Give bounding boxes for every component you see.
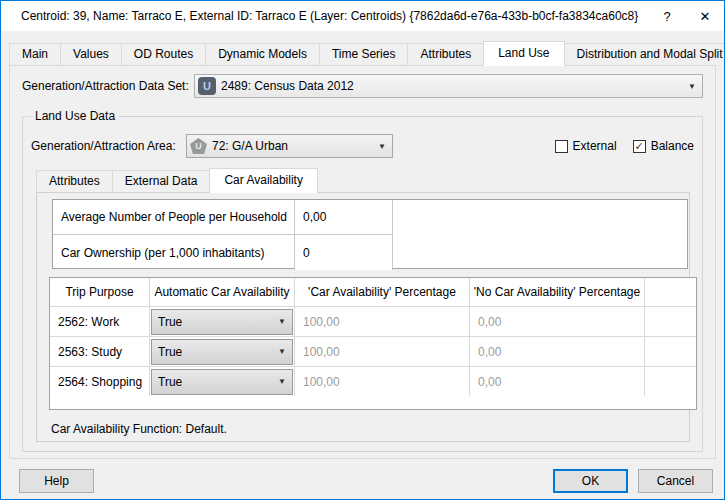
cancel-button[interactable]: Cancel (638, 469, 713, 493)
tab-inner-attributes[interactable]: Attributes (36, 170, 113, 192)
title-bar: Centroid: 39, Name: Tarraco E, External … (1, 1, 724, 31)
table-row: 2564: Shopping True ▼ 100,00 0,00 (50, 366, 696, 396)
area-label: Generation/Attraction Area: (31, 139, 186, 153)
land-use-tab-page: Generation/Attraction Data Set: U 2489: … (9, 65, 716, 459)
car-pct-cell: 100,00 (295, 307, 470, 336)
car-availability-tab-page: Average Number of People per Household 0… (36, 192, 690, 442)
trip-purpose-cell: 2563: Study (50, 337, 150, 366)
car-ownership-label: Car Ownership (per 1,000 inhabitants) (53, 235, 295, 270)
area-icon: U (190, 138, 207, 154)
tab-land-use[interactable]: Land Use (483, 41, 564, 66)
car-availability-function-note: Car Availability Function: Default. (51, 422, 677, 436)
no-car-pct-cell: 0,00 (470, 337, 645, 366)
automatic-cell: True ▼ (150, 307, 295, 336)
generation-attraction-dataset-row: Generation/Attraction Data Set: U 2489: … (22, 74, 703, 98)
external-checkbox[interactable] (555, 140, 568, 153)
land-use-inner-tab-bar: Attributes External Data Car Availabilit… (36, 168, 690, 192)
balance-checkbox-label: Balance (651, 139, 694, 153)
no-car-pct-cell: 0,00 (470, 367, 645, 396)
automatic-cell: True ▼ (150, 367, 295, 396)
dataset-label: Generation/Attraction Data Set: (22, 79, 194, 93)
area-combobox[interactable]: U 72: G/A Urban ▼ (186, 134, 393, 158)
avg-people-input[interactable]: 0,00 (295, 200, 393, 235)
header-car-availability-pct: 'Car Availability' Percentage (295, 278, 470, 306)
dialog-footer: Help OK Cancel (19, 469, 713, 493)
dialog-title: Centroid: 39, Name: Tarraco E, External … (1, 9, 638, 23)
automatic-dropdown-value: True (158, 375, 278, 389)
avg-people-label: Average Number of People per Household (53, 200, 295, 235)
help-button[interactable]: Help (19, 469, 94, 493)
automatic-dropdown[interactable]: True ▼ (151, 339, 293, 365)
help-icon[interactable]: ? (648, 1, 686, 31)
trip-purpose-cell: 2562: Work (50, 307, 150, 336)
automatic-dropdown-value: True (158, 345, 278, 359)
car-pct-cell: 100,00 (295, 337, 470, 366)
tab-inner-external-data[interactable]: External Data (112, 170, 211, 192)
header-no-car-availability-pct: 'No Car Availability' Percentage (470, 278, 645, 306)
dataset-combobox[interactable]: U 2489: Census Data 2012 ▼ (194, 74, 703, 98)
balance-checkbox-item[interactable]: ✓ Balance (633, 139, 694, 153)
generation-attraction-area-row: Generation/Attraction Area: U 72: G/A Ur… (31, 134, 694, 158)
centroid-dialog: Centroid: 39, Name: Tarraco E, External … (0, 0, 725, 500)
tab-dynamic-models[interactable]: Dynamic Models (205, 43, 320, 65)
tab-main[interactable]: Main (9, 43, 61, 65)
car-ownership-input[interactable]: 0 (295, 235, 393, 270)
automatic-dropdown[interactable]: True ▼ (151, 369, 293, 395)
chevron-down-icon: ▼ (684, 82, 696, 91)
trip-purpose-cell: 2564: Shopping (50, 367, 150, 396)
automatic-dropdown-value: True (158, 315, 278, 329)
header-automatic-car-availability: Automatic Car Availability (150, 278, 295, 306)
checkbox-group: External ✓ Balance (555, 139, 694, 153)
external-checkbox-item[interactable]: External (555, 139, 617, 153)
trip-purpose-table: Trip Purpose Automatic Car Availability … (49, 277, 697, 410)
household-table: Average Number of People per Household 0… (52, 199, 688, 269)
groupbox-title: Land Use Data (31, 109, 119, 123)
balance-checkbox[interactable]: ✓ (633, 140, 646, 153)
tab-distribution-modal-split[interactable]: Distribution and Modal Split (564, 43, 725, 65)
tab-inner-car-availability[interactable]: Car Availability (209, 168, 317, 193)
tab-time-series[interactable]: Time Series (319, 43, 409, 65)
table-row: 2562: Work True ▼ 100,00 0,00 (50, 306, 696, 336)
car-pct-cell: 100,00 (295, 367, 470, 396)
external-checkbox-label: External (573, 139, 617, 153)
chevron-down-icon: ▼ (374, 142, 386, 151)
chevron-down-icon: ▼ (278, 347, 286, 356)
close-icon[interactable]: ✕ (686, 1, 724, 31)
trip-table-header: Trip Purpose Automatic Car Availability … (50, 278, 696, 306)
table-row: Average Number of People per Household 0… (53, 200, 687, 235)
no-car-pct-cell: 0,00 (470, 307, 645, 336)
dataset-magnet-icon: U (198, 77, 216, 95)
automatic-cell: True ▼ (150, 337, 295, 366)
tab-attributes[interactable]: Attributes (407, 43, 484, 65)
area-combobox-value: 72: G/A Urban (207, 139, 374, 153)
tab-values[interactable]: Values (60, 43, 122, 65)
table-row: Car Ownership (per 1,000 inhabitants) 0 (53, 235, 687, 270)
main-tab-bar: Main Values OD Routes Dynamic Models Tim… (9, 41, 716, 65)
land-use-data-groupbox: Land Use Data Generation/Attraction Area… (22, 116, 703, 452)
chevron-down-icon: ▼ (278, 377, 286, 386)
table-row: 2563: Study True ▼ 100,00 0,00 (50, 336, 696, 366)
tab-od-routes[interactable]: OD Routes (121, 43, 206, 65)
dataset-combobox-value: 2489: Census Data 2012 (216, 79, 684, 93)
chevron-down-icon: ▼ (278, 317, 286, 326)
automatic-dropdown[interactable]: True ▼ (151, 309, 293, 335)
caption-buttons: ? ✕ (648, 1, 724, 31)
header-trip-purpose: Trip Purpose (50, 278, 150, 306)
ok-button[interactable]: OK (553, 469, 628, 493)
